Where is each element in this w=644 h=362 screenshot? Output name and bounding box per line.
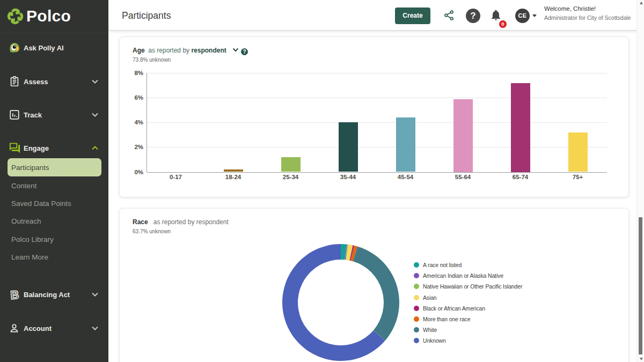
svg-text:B: B [10, 288, 20, 301]
